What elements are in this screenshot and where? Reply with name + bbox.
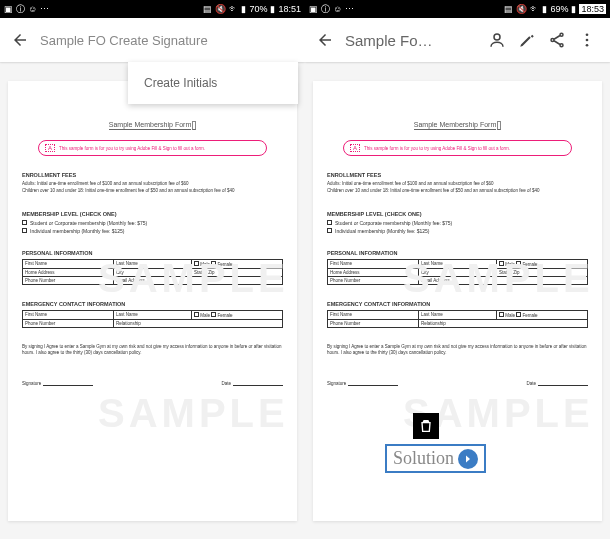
checkbox-icon[interactable]: [499, 312, 504, 317]
signal-icon: ▮: [241, 4, 246, 14]
battery-text: 69%: [550, 4, 568, 14]
watermark: SAMPLE: [98, 391, 289, 436]
resize-handle[interactable]: [458, 449, 478, 469]
app-title: Sample Fo…: [337, 32, 482, 49]
more-icon: ⋯: [40, 4, 49, 14]
battery-icon: ▮: [571, 4, 576, 14]
text-cursor: [192, 121, 196, 130]
left-pane: ▣ ⓘ ☺ ⋯ ▤ 🔇 ᯤ ▮ 70% ▮ 18:51 Sample FO Cr…: [0, 0, 305, 539]
battery-icon: ▮: [270, 4, 275, 14]
app-bar: Sample FO Create Signature: [0, 18, 305, 62]
svg-point-6: [586, 44, 589, 47]
signature-row: Signature Date: [22, 381, 283, 386]
doc-title: Sample Membership Form: [327, 121, 588, 130]
personal-section: PERSONAL INFORMATION First NameLast Name…: [327, 250, 588, 285]
checkbox-icon[interactable]: [194, 312, 199, 317]
mute-icon: 🔇: [215, 4, 226, 14]
smile-icon: ☺: [333, 4, 342, 14]
doc-title: Sample Membership Form: [22, 121, 283, 130]
signature-line[interactable]: [348, 385, 398, 386]
back-arrow-icon: [316, 31, 334, 49]
document-container: SAMPLE SAMPLE Sample Membership Form A T…: [0, 63, 305, 529]
personal-table: First NameLast Name Male Female Home Add…: [22, 259, 283, 285]
checkbox-icon[interactable]: [211, 312, 216, 317]
text-cursor: [497, 121, 501, 130]
policy-text: By signing I Agree to enter a Sample Gym…: [22, 344, 283, 358]
trash-icon: [418, 418, 434, 434]
svg-point-4: [586, 33, 589, 36]
delete-button[interactable]: [413, 413, 439, 439]
personal-table: First NameLast Name Male Female Home Add…: [327, 259, 588, 285]
checkbox-icon: [22, 220, 27, 225]
mute-icon: 🔇: [516, 4, 527, 14]
checkbox-icon: [22, 228, 27, 233]
checkbox-individual[interactable]: Individual membership (Monthly fee: $125…: [327, 228, 588, 234]
document: SAMPLE SAMPLE Sample Membership Form A T…: [8, 81, 297, 521]
note-text: This sample form is for you to try using…: [59, 146, 205, 151]
checkbox-icon[interactable]: [516, 312, 521, 317]
checkbox-student[interactable]: Student or Corporate membership (Monthly…: [327, 220, 588, 226]
note-box: A This sample form is for you to try usi…: [38, 140, 267, 156]
signature-text: Solution: [393, 448, 454, 469]
back-button[interactable]: [313, 28, 337, 52]
emergency-section: EMERGENCY CONTACT INFORMATION First Name…: [327, 301, 588, 328]
note-a-icon: A: [45, 144, 55, 152]
signature-line[interactable]: [43, 385, 93, 386]
share-icon: [548, 31, 566, 49]
back-button[interactable]: [8, 28, 32, 52]
clock-text: 18:53: [579, 4, 606, 14]
enrollment-section: ENROLLMENT FEES Adults: Initial one-time…: [22, 172, 283, 195]
more-button[interactable]: [572, 25, 602, 55]
checkbox-icon: [327, 228, 332, 233]
sim-icon: ▤: [504, 4, 513, 14]
emergency-table: First NameLast Name Male Female Phone Nu…: [327, 310, 588, 328]
document: SAMPLE SAMPLE Sample Membership Form A T…: [313, 81, 602, 521]
level-section: MEMBERSHIP LEVEL (CHECK ONE) Student or …: [22, 211, 283, 234]
checkbox-icon[interactable]: [516, 261, 521, 266]
sign-button[interactable]: [512, 25, 542, 55]
signature-row: Signature Date: [327, 381, 588, 386]
status-right: ▤ 🔇 ᯤ ▮ 69% ▮ 18:53: [504, 4, 606, 14]
back-arrow-icon: [11, 31, 29, 49]
checkbox-individual[interactable]: Individual membership (Monthly fee: $125…: [22, 228, 283, 234]
right-pane: ▣ ⓘ ☺ ⋯ ▤ 🔇 ᯤ ▮ 69% ▮ 18:53 Sample Fo… S…: [305, 0, 610, 539]
signal-icon: ▮: [542, 4, 547, 14]
profile-button[interactable]: [482, 25, 512, 55]
note-a-icon: A: [350, 144, 360, 152]
info-icon: ⓘ: [321, 3, 330, 16]
emergency-section: EMERGENCY CONTACT INFORMATION First Name…: [22, 301, 283, 328]
svg-point-3: [560, 44, 563, 47]
dropdown-menu: Create Initials: [128, 62, 298, 104]
note-box: A This sample form is for you to try usi…: [343, 140, 572, 156]
status-bar: ▣ ⓘ ☺ ⋯ ▤ 🔇 ᯤ ▮ 70% ▮ 18:51: [0, 0, 305, 18]
status-left: ▣ ⓘ ☺ ⋯: [309, 3, 354, 16]
svg-point-0: [494, 34, 500, 40]
emergency-table: First NameLast Name Male Female Phone Nu…: [22, 310, 283, 328]
image-icon: ▣: [4, 4, 13, 14]
smile-icon: ☺: [28, 4, 37, 14]
date-line[interactable]: [538, 385, 588, 386]
create-initials-item[interactable]: Create Initials: [128, 62, 298, 104]
person-icon: [488, 31, 506, 49]
app-bar: Sample Fo…: [305, 18, 610, 62]
checkbox-student[interactable]: Student or Corporate membership (Monthly…: [22, 220, 283, 226]
share-button[interactable]: [542, 25, 572, 55]
arrow-right-icon: [462, 453, 474, 465]
clock-text: 18:51: [278, 4, 301, 14]
status-right: ▤ 🔇 ᯤ ▮ 70% ▮ 18:51: [203, 4, 301, 14]
document-container: SAMPLE SAMPLE Sample Membership Form A T…: [305, 63, 610, 529]
date-line[interactable]: [233, 385, 283, 386]
info-icon: ⓘ: [16, 3, 25, 16]
checkbox-icon: [327, 220, 332, 225]
checkbox-icon[interactable]: [499, 261, 504, 266]
signature-overlay[interactable]: Solution: [385, 444, 486, 473]
svg-point-1: [560, 33, 563, 36]
note-text: This sample form is for you to try using…: [364, 146, 510, 151]
checkbox-icon[interactable]: [194, 261, 199, 266]
image-icon: ▣: [309, 4, 318, 14]
more-icon: ⋯: [345, 4, 354, 14]
checkbox-icon[interactable]: [211, 261, 216, 266]
svg-point-5: [586, 39, 589, 42]
enrollment-section: ENROLLMENT FEES Adults: Initial one-time…: [327, 172, 588, 195]
personal-section: PERSONAL INFORMATION First NameLast Name…: [22, 250, 283, 285]
